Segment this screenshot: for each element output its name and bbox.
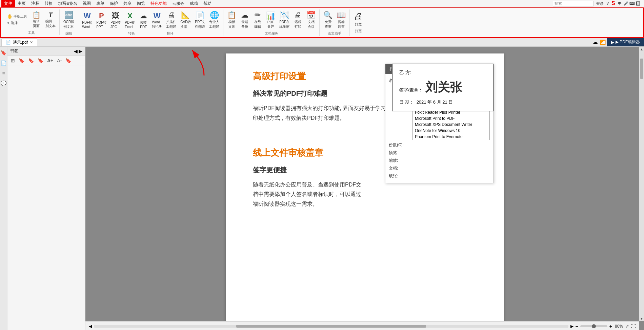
convert-label: 转换 翻译 — [128, 31, 174, 36]
remote-print-btn[interactable]: 🖨 远程打印 — [292, 9, 304, 30]
online-edit-btn[interactable]: ✏ 在线编辑 — [251, 9, 264, 30]
pro-translate-btn[interactable]: 🌐 专业人工翻译 — [207, 9, 221, 30]
section2-body: 随着无纸化办公应用普及。当遇到使用PDF文档中需要添加个人签名或者标识时，可以通… — [253, 180, 365, 209]
sidebar-next-btn[interactable]: ▶ — [79, 48, 82, 54]
zoom-plus-btn[interactable]: + — [609, 324, 612, 329]
scrollbar-v[interactable]: ▲ ▼ — [639, 47, 644, 321]
edit-text-btn[interactable]: T 编辑别文本 — [44, 10, 57, 30]
zoom-thumb[interactable] — [592, 324, 596, 328]
sidebar-p2-btn[interactable]: 🔖 — [27, 57, 35, 64]
annotation-icon[interactable]: 💬 — [0, 79, 8, 87]
sig-date-row: 日 期： 2021 年 6 月 21 日 — [399, 99, 486, 105]
scroll-down-btn[interactable]: ▼ — [639, 316, 644, 321]
cad-btn[interactable]: 📐 CAD转换器 — [179, 9, 193, 30]
search-input[interactable] — [553, 1, 593, 6]
printer-ms-pdf[interactable]: Microsoft Print to PDF — [413, 115, 489, 122]
pdf-to-excel-btn[interactable]: X PDF转Excel — [123, 10, 137, 30]
pdf-to-jpg-icon: 🖼 — [112, 12, 119, 20]
ribbon-section-convert: W PDF转Word P PDF转PPT 🖼 PDF转JPG X PDF转Exc… — [78, 9, 223, 36]
cloud-to-pdf-btn[interactable]: ☁ 云转PDF — [137, 10, 149, 30]
h-scrollbar-thumb[interactable] — [236, 325, 426, 328]
scrollbar-thumb[interactable] — [640, 59, 643, 79]
hand-tool-btn[interactable]: ✋ 手型工具 — [5, 13, 29, 20]
menu-share[interactable]: 共享 — [121, 0, 134, 7]
menu-sign[interactable]: 填写&签名 — [56, 0, 80, 7]
demo-pdf-tab[interactable]: 📄 演示.pdf ✕ — [1, 38, 37, 46]
scan-btn[interactable]: 🖨 扫描件工翻译 — [164, 9, 178, 30]
print-wide-btn[interactable]: 🖨 打宽 — [352, 9, 365, 28]
ocr-btn[interactable]: 🔤 OCR识别文本 — [62, 9, 76, 30]
sidebar-p3-btn[interactable]: 🔖 — [36, 57, 45, 64]
menu-form[interactable]: 表单 — [94, 0, 107, 7]
menu-help[interactable]: 帮助 — [201, 0, 214, 7]
pdf-to-ppt-btn[interactable]: P PDF转PPT — [95, 10, 108, 30]
sidebar-p1-btn[interactable]: 🔖 — [17, 57, 26, 64]
cloud-backup-btn[interactable]: ☁ 云端备份 — [239, 9, 251, 30]
h-scrollbar[interactable] — [94, 325, 568, 328]
print-scale-row: 缩放: — [385, 157, 493, 164]
tab-close-btn[interactable]: ✕ — [30, 40, 33, 45]
read-check-label: 阅卷调查 — [338, 20, 345, 29]
word-to-pdf-btn[interactable]: W Word转PDF — [150, 10, 164, 30]
fit-page-btn[interactable]: ⤢ — [625, 324, 629, 329]
menu-cloud[interactable]: 云服务 — [169, 0, 187, 7]
pdf-editor-label[interactable]: ▶ ▶ PDF编辑器 — [607, 38, 644, 46]
printer-onenote[interactable]: OneNote for Windows 10 — [413, 128, 489, 134]
printer-ms-xps[interactable]: Microsoft XPS Document Writer — [413, 122, 489, 128]
template-btn[interactable]: 📋 模板文库 — [225, 9, 238, 30]
read-check-btn[interactable]: 📖 阅卷调查 — [335, 9, 347, 30]
scroll-up-btn[interactable]: ▲ — [639, 47, 644, 52]
arrow-right-icon: ▶ — [611, 40, 614, 45]
zoom-level: V — [606, 2, 609, 5]
zoom-level-label: 80% — [615, 324, 623, 329]
scroll-left-btn[interactable]: ◀ — [89, 324, 92, 329]
print-wide-icon: 🖨 — [354, 11, 363, 22]
bookmark-icon[interactable]: 🔖 — [0, 49, 8, 57]
pdf-compress-btn[interactable]: 📉 PDF在线压缩 — [278, 9, 291, 30]
zoom-minus-btn[interactable]: − — [576, 324, 578, 329]
select-btn[interactable]: ↖ 选择 — [5, 20, 29, 26]
pdf-to-jpg-label: PDF转JPG — [110, 20, 121, 29]
scroll-right-btn[interactable]: ▶ — [570, 324, 573, 329]
section2-text: 线上文件审核盖章 签字更便捷 随着无纸化办公应用普及。当遇到使用PDF文档中需要… — [253, 147, 365, 219]
ime-indicators: 中· 🎤 ⌨ 🔲 — [618, 1, 641, 6]
sidebar-font-large-btn[interactable]: A+ — [46, 57, 55, 64]
zoom-slider[interactable] — [580, 325, 607, 327]
menu-addon[interactable]: 赋哦 — [187, 0, 201, 7]
sidebar-more-btn[interactable]: 🔖 — [64, 57, 73, 64]
menu-home[interactable]: 主页 — [15, 0, 28, 7]
doc-meeting-btn[interactable]: 📅 文档会议 — [305, 9, 317, 30]
menu-file[interactable]: 文件 — [1, 0, 15, 7]
template-icon: 📋 — [227, 11, 236, 20]
sig-name: 刘关张 — [425, 79, 462, 96]
pdf-area[interactable]: 高级打印设置 解决常见的PDF打印难题 福昕PDF阅读器拥有强大的打印功能, 界… — [85, 47, 644, 330]
fullscreen-btn[interactable]: ⛶ — [631, 324, 636, 329]
print-scale-label: 缩放: — [389, 158, 412, 163]
menu-annotate[interactable]: 注释 — [28, 0, 42, 7]
pdf-to-word-btn[interactable]: W PDF转Word — [80, 10, 94, 30]
printer-phantom-evernote[interactable]: Phantom Print to Evernote — [413, 134, 489, 140]
hand-icon: ✋ — [7, 14, 13, 19]
pdf-translate-label: PDF文档翻译 — [195, 20, 205, 29]
edit-page-btn[interactable]: 📋 编辑页面 — [29, 9, 43, 30]
doc-meeting-icon: 📅 — [306, 11, 316, 20]
menu-special[interactable]: 特色功能 — [148, 0, 169, 7]
layers-icon[interactable]: ≡ — [1, 69, 6, 77]
sidebar-prev-btn[interactable]: ◀ — [74, 48, 78, 54]
sidebar-grid-btn[interactable]: ⊞ — [9, 57, 16, 64]
menu-browse[interactable]: 阅览 — [134, 0, 148, 7]
pdf-merge-btn[interactable]: 📊 PDF合并 — [264, 10, 277, 30]
free-check-btn[interactable]: 🔍 免费查重 — [322, 9, 334, 30]
menu-protect[interactable]: 保护 — [107, 0, 121, 7]
word-to-pdf-label: Word转PDF — [152, 20, 162, 29]
login-btn[interactable]: 登录 — [596, 1, 604, 6]
page-icon[interactable]: 📄 — [0, 59, 8, 67]
menu-view[interactable]: 视图 — [80, 0, 94, 7]
pdf-translate-btn[interactable]: 📄 PDF文档翻译 — [193, 9, 207, 30]
ocr-label: OCR识别文本 — [63, 20, 74, 29]
sidebar-font-small-btn[interactable]: A- — [56, 57, 63, 64]
tools-buttons: ✋ 手型工具 ↖ 选择 📋 编辑页面 T 编辑别文本 — [5, 9, 57, 30]
pdf-to-jpg-btn[interactable]: 🖼 PDF转JPG — [109, 10, 122, 30]
menu-convert[interactable]: 转换 — [42, 0, 56, 7]
cloud2-icon: 📶 — [600, 40, 606, 45]
